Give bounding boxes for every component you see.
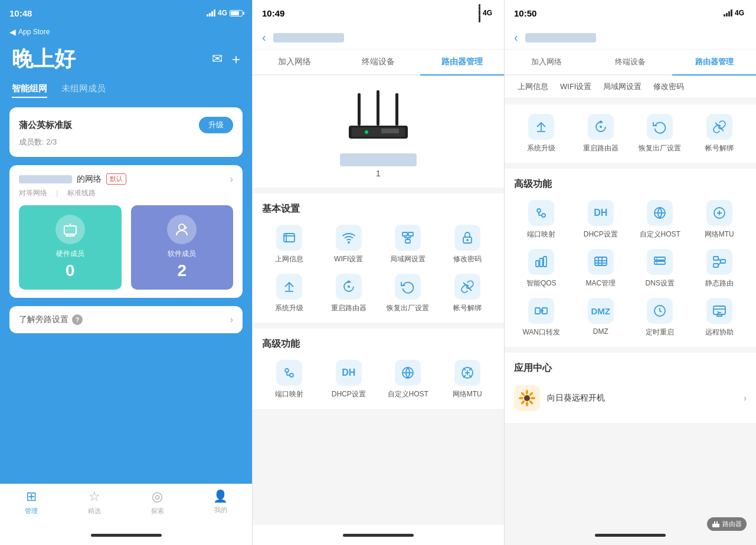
network-title-row: 的网络 默认 ›	[19, 173, 233, 185]
svg-rect-86	[714, 521, 715, 524]
watermark-text: 路由器	[722, 520, 742, 528]
restart-icon	[336, 274, 362, 300]
tab-smart-network[interactable]: 智能组网	[12, 83, 47, 98]
p3-item-mac[interactable]: MAC管理	[574, 249, 629, 288]
p2-label-dhcp: DHCP设置	[332, 389, 366, 399]
p2-item-dhcp[interactable]: DH DHCP设置	[322, 360, 377, 399]
dhcp-icon: DH	[336, 360, 362, 386]
p3-item-unbind[interactable]: 帐号解绑	[692, 114, 747, 153]
p2-advanced-title: 高级功能	[262, 338, 495, 350]
p2-tabs-row: 加入网络 终端设备 路由器管理	[253, 50, 504, 75]
svg-rect-8	[358, 93, 361, 126]
p2-basic-grid: 上网信息 WIFI设置	[262, 225, 495, 313]
p2-tab-router[interactable]: 路由器管理	[420, 50, 504, 75]
p3-mtu-icon	[706, 200, 732, 226]
network-type-label: 对等网络	[19, 189, 47, 197]
wifi-icon	[336, 225, 362, 251]
p3-host-icon	[647, 200, 673, 226]
mail-icon[interactable]: ✉	[212, 51, 222, 68]
network-chevron-icon[interactable]: ›	[230, 174, 233, 185]
nav-mine-icon: 👤	[213, 489, 228, 503]
p2-item-wifi[interactable]: WIFI设置	[322, 225, 377, 264]
p2-tab-terminals[interactable]: 终端设备	[336, 50, 420, 74]
p3-item-wan-forward[interactable]: WAN口转发	[514, 298, 569, 337]
p3-item-upgrade[interactable]: 系统升级	[514, 114, 569, 153]
nav-item-explore[interactable]: ◎ 探索	[126, 489, 189, 516]
p2-label-internet: 上网信息	[275, 254, 303, 264]
p3-label-upgrade: 系统升级	[527, 143, 555, 153]
nav-featured-icon: ☆	[89, 489, 100, 504]
p2-item-host[interactable]: 自定义HOST	[381, 360, 436, 399]
network-type-2: 4G	[483, 9, 492, 17]
p2-item-portmap[interactable]: 端口映射	[262, 360, 317, 399]
p3-subtab-wifi[interactable]: WIFI设置	[554, 75, 597, 98]
p2-tab-join[interactable]: 加入网络	[253, 50, 336, 74]
p3-advanced-title: 高级功能	[514, 178, 747, 191]
svg-rect-63	[721, 260, 725, 263]
p3-subtab-lan[interactable]: 局域网设置	[597, 75, 647, 98]
p3-tab-join[interactable]: 加入网络	[505, 50, 588, 74]
nav-item-mine[interactable]: 👤 我的	[189, 489, 252, 516]
p3-tab-router[interactable]: 路由器管理	[672, 50, 756, 75]
network-type-3: 4G	[735, 9, 744, 17]
p3-item-dns[interactable]: DNS设置	[633, 249, 688, 288]
p2-item-upgrade[interactable]: 系统升级	[262, 274, 317, 313]
status-time-1: 10:48	[9, 8, 32, 18]
p3-item-dhcp[interactable]: DH DHCP设置	[574, 200, 629, 239]
p3-subtab-internet[interactable]: 上网信息	[512, 75, 554, 98]
p2-item-reset[interactable]: 恢复出厂设置	[381, 274, 436, 313]
battery-icon-1	[230, 10, 243, 17]
p2-back-button[interactable]: ‹	[262, 31, 266, 44]
home-bar-2	[343, 534, 414, 537]
upgrade-button[interactable]: 升级	[199, 117, 233, 133]
hw-member-icon	[55, 215, 85, 244]
p2-item-unbind[interactable]: 帐号解绑	[440, 274, 495, 313]
p2-item-lan[interactable]: 局域网设置	[381, 225, 436, 264]
tab-unjoined-members[interactable]: 未组网成员	[61, 83, 106, 98]
sw-member-card[interactable]: 软件成员 2	[131, 205, 234, 290]
p3-item-scheduled-restart[interactable]: 定时重启	[633, 298, 688, 337]
app-store-bar[interactable]: App Store	[0, 26, 252, 38]
reset-icon	[395, 274, 421, 300]
svg-rect-13	[284, 234, 294, 242]
p3-back-button[interactable]: ‹	[514, 31, 518, 44]
p3-item-static-route[interactable]: 静态路由	[692, 249, 747, 288]
nav-item-manage[interactable]: ⊞ 管理	[0, 489, 63, 516]
info-text: 了解旁路设置 ?	[19, 314, 83, 325]
info-bar[interactable]: 了解旁路设置 ? ›	[9, 306, 243, 333]
status-icons-2: 4G	[479, 4, 495, 22]
p3-subtab-password[interactable]: 修改密码	[647, 75, 690, 98]
svg-point-39	[600, 126, 602, 128]
help-icon[interactable]: ?	[72, 314, 83, 325]
p3-label-mtu: 网络MTU	[705, 229, 734, 239]
p3-tab-terminals[interactable]: 终端设备	[588, 50, 672, 74]
p3-tabs-row: 加入网络 终端设备 路由器管理	[505, 50, 756, 75]
p3-item-portmap[interactable]: 端口映射	[514, 200, 569, 239]
plan-name: 蒲公英标准版	[19, 120, 72, 131]
p3-item-qos[interactable]: 智能QOS	[514, 249, 569, 288]
p3-item-remote-assist[interactable]: 远程协助	[692, 298, 747, 337]
p3-item-host[interactable]: 自定义HOST	[633, 200, 688, 239]
nav-item-featured[interactable]: ☆ 精选	[63, 489, 126, 516]
p2-item-mtu[interactable]: 网络MTU	[440, 360, 495, 399]
home-indicator-1	[0, 525, 252, 545]
mtu-icon	[454, 360, 480, 386]
app-center-item-sunflower[interactable]: 向日葵远程开机 ›	[514, 383, 747, 413]
add-icon[interactable]: +	[232, 51, 240, 68]
p2-item-password[interactable]: 修改密码	[440, 225, 495, 264]
nav-mine-label: 我的	[214, 505, 227, 514]
p3-item-reset[interactable]: 恢复出厂设置	[633, 114, 688, 153]
p3-label-remote-assist: 远程协助	[705, 327, 734, 337]
svg-rect-53	[595, 257, 607, 265]
p2-title-blur	[273, 33, 344, 42]
svg-rect-19	[405, 239, 410, 243]
hw-member-card[interactable]: 硬件成员 0	[19, 205, 122, 290]
status-icons-3: 4G	[724, 9, 747, 17]
p2-item-internet[interactable]: 上网信息	[262, 225, 317, 264]
p2-item-restart[interactable]: 重启路由器	[322, 274, 377, 313]
p3-item-mtu[interactable]: 网络MTU	[692, 200, 747, 239]
svg-point-11	[365, 130, 368, 134]
p3-item-dmz[interactable]: DMZ DMZ	[574, 298, 629, 337]
p3-item-restart[interactable]: 重启路由器	[574, 114, 629, 153]
sw-member-count: 2	[177, 261, 186, 280]
